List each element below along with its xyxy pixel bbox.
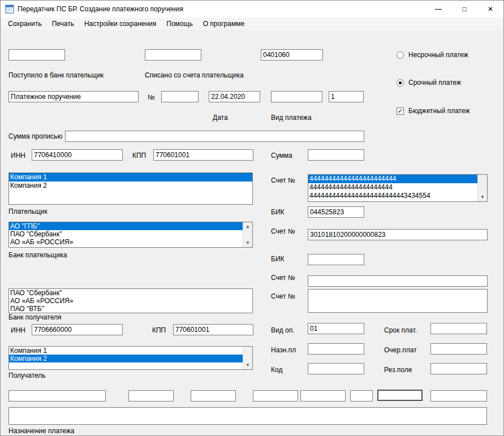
list-item[interactable]: 44444444444444444444444443434554 xyxy=(308,192,478,200)
bank-mark-field[interactable] xyxy=(300,390,346,402)
beneficiary-bank-account-field[interactable] xyxy=(308,275,488,287)
chevron-down-icon[interactable]: ▼ xyxy=(243,239,252,247)
beneficiary-bank-bik-field[interactable] xyxy=(308,254,364,265)
maximize-button[interactable]: □ xyxy=(451,1,477,18)
sum-label: Сумма xyxy=(271,152,292,159)
receiver-kpp-field[interactable] xyxy=(173,324,253,335)
bank-mark-field[interactable] xyxy=(191,390,236,402)
kod-field[interactable] xyxy=(308,363,364,374)
chevron-up-icon[interactable]: ▲ xyxy=(243,222,252,231)
payer-bank-label: Банк плательщика xyxy=(8,251,67,259)
kod-label: Код xyxy=(271,366,282,374)
radio-urgent-label: Срочный платеж xyxy=(408,79,461,87)
list-item[interactable]: ПАО "Сбербанк" xyxy=(9,230,243,238)
debited-from-account-label: Списано со счета плательщика xyxy=(145,71,244,79)
chevron-down-icon[interactable]: ▼ xyxy=(478,193,487,201)
menu-save[interactable]: Сохранить xyxy=(3,18,47,29)
receiver-listbox: Компания 1 Компания 2 ▼ xyxy=(8,346,253,370)
menu-help[interactable]: Помощь xyxy=(161,18,197,29)
payer-listbox: Компания 1 Компания 2 xyxy=(8,172,253,205)
minimize-button[interactable]: — xyxy=(425,1,451,18)
bank-mark-field[interactable] xyxy=(128,390,174,402)
payer-account-label: Счет № xyxy=(271,176,295,184)
payment-kind-label: Вид платежа xyxy=(271,114,312,122)
receiver-label: Получатель xyxy=(8,372,46,379)
nazn-pl-label: Назн.пл xyxy=(271,346,296,354)
payer-kpp-field[interactable] xyxy=(153,149,253,161)
list-item[interactable]: Компания 1 xyxy=(9,173,252,182)
payer-bank-bik-field[interactable] xyxy=(308,206,364,218)
app-icon xyxy=(5,5,14,14)
rez-pole-field[interactable] xyxy=(430,363,487,374)
beneficiary-bank-account-label: Счет № xyxy=(271,274,295,282)
receiver-account-label: Счет № xyxy=(271,292,295,300)
bank-mark-field[interactable] xyxy=(253,390,298,402)
bank-mark-field-focused[interactable] xyxy=(377,390,423,401)
payment-kind-field[interactable] xyxy=(271,91,322,102)
payer-kpp-label: КПП xyxy=(132,152,146,159)
menu-bar: Сохранить Печать Настройки сохранения По… xyxy=(1,18,503,30)
beneficiary-bank-listbox: ПАО "Сбербанк" АО «АБ «РОССИЯ» ПАО "ВТБ" xyxy=(8,288,253,313)
title-bar: Передатчик ПС БР. Создание платежного по… xyxy=(1,1,503,18)
receiver-inn-label: ИНН xyxy=(11,326,25,334)
close-button[interactable]: ✕ xyxy=(477,1,503,18)
form-code-field[interactable] xyxy=(261,49,323,61)
menu-print[interactable]: Печать xyxy=(47,18,79,29)
receiver-account-field[interactable] xyxy=(308,289,488,313)
list-item[interactable]: АО «АБ «РОССИЯ» xyxy=(9,297,252,305)
menu-about[interactable]: О программе xyxy=(198,18,249,29)
bank-mark-field[interactable] xyxy=(350,390,373,402)
bank-mark-field[interactable] xyxy=(430,390,487,402)
checkbox-budget-payment[interactable]: ✓ Бюджетный платеж xyxy=(397,107,470,115)
sequence-field[interactable] xyxy=(329,91,364,102)
list-item[interactable]: АО «АБ «РОССИЯ» xyxy=(9,238,243,246)
received-in-bank-label: Поступило в банк плательщик xyxy=(8,71,104,79)
scrollbar[interactable]: ▼ xyxy=(243,347,252,369)
scrollbar[interactable]: ▲ ▼ xyxy=(243,222,252,247)
doc-number-field[interactable] xyxy=(161,91,199,102)
doc-number-label: № xyxy=(148,93,155,101)
list-item[interactable]: Компания 1 xyxy=(9,347,243,355)
scrollbar[interactable]: ▼ xyxy=(477,175,487,201)
vid-op-field[interactable] xyxy=(308,323,364,334)
bank-mark-field[interactable] xyxy=(8,390,106,402)
srok-plat-field[interactable] xyxy=(430,323,487,334)
vid-op-label: Вид оп. xyxy=(271,326,295,334)
radio-nonurgent-payment[interactable]: Несрочный платеж xyxy=(397,51,468,59)
menu-save-settings[interactable]: Настройки сохранения xyxy=(79,18,161,29)
list-item[interactable]: Компания 2 xyxy=(9,355,243,362)
amount-words-label: Сумма прописью xyxy=(8,132,62,140)
nazn-pl-field[interactable] xyxy=(308,343,364,355)
ocher-plat-label: Очер.плат xyxy=(384,346,417,354)
payment-purpose-label: Назначение платежа xyxy=(8,427,75,435)
receiver-kpp-label: КПП xyxy=(152,326,166,334)
payer-inn-label: ИНН xyxy=(11,152,25,159)
sum-field[interactable] xyxy=(308,149,364,161)
srok-plat-label: Срок плат. xyxy=(384,326,417,334)
chevron-down-icon[interactable]: ▼ xyxy=(243,361,252,369)
list-item[interactable]: ПАО "ВТБ" xyxy=(9,305,252,313)
date-label: Дата xyxy=(213,114,228,122)
payer-bank-account-field[interactable] xyxy=(308,229,488,240)
ocher-plat-field[interactable] xyxy=(430,343,487,355)
amount-words-field[interactable] xyxy=(65,131,364,142)
radio-urgent-payment[interactable]: Срочный платеж xyxy=(397,79,461,87)
list-item[interactable]: 44444444444444444444444 xyxy=(308,175,478,183)
radio-on-icon xyxy=(397,79,404,87)
payment-purpose-field[interactable] xyxy=(8,407,487,425)
list-item[interactable]: ПАО "Сбербанк" xyxy=(9,289,252,297)
radio-off-icon xyxy=(397,51,404,59)
doc-type-field[interactable] xyxy=(8,91,139,102)
receiver-inn-field[interactable] xyxy=(32,324,123,335)
received-in-bank-field[interactable] xyxy=(8,49,65,61)
list-item[interactable]: Компания 2 xyxy=(9,182,252,190)
list-item[interactable]: 4444444444444444444444 xyxy=(308,183,478,192)
payer-inn-field[interactable] xyxy=(32,149,123,161)
debited-from-account-field[interactable] xyxy=(145,49,201,61)
payer-label: Плательщик xyxy=(8,208,48,215)
doc-date-field[interactable] xyxy=(209,91,260,102)
checkbox-checked-icon: ✓ xyxy=(397,107,404,115)
list-item[interactable]: АО "ГПБ" xyxy=(9,222,243,230)
beneficiary-bank-label: Банк получателя xyxy=(8,313,61,321)
payer-bank-account-label: Счет № xyxy=(271,227,295,235)
